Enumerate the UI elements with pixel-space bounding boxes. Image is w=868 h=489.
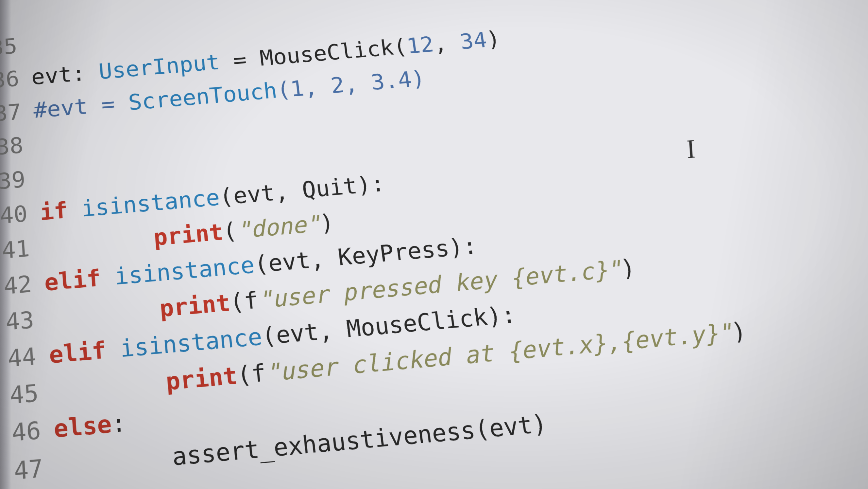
line-number: 36 <box>0 62 20 98</box>
code-token: elif <box>43 263 115 296</box>
line-number: 40 <box>0 196 28 234</box>
code-token: evt <box>30 62 72 90</box>
line-number: 46 <box>5 412 42 453</box>
code-token: 34 <box>458 28 489 54</box>
line-number: 45 <box>3 374 39 415</box>
code-token: (evt) <box>473 409 549 444</box>
code-token: elif <box>48 335 121 369</box>
code-token <box>50 368 167 406</box>
code-token: UserInput <box>98 50 221 84</box>
line-number: 47 <box>7 450 44 489</box>
code-token: (f <box>236 359 267 389</box>
code-token: if <box>39 196 83 226</box>
code-token: , <box>432 30 462 56</box>
code-token: 12 <box>405 32 435 59</box>
code-token: (f <box>228 287 259 316</box>
code-token: print <box>152 219 224 251</box>
code-content[interactable]: else: <box>53 404 127 448</box>
line-number: 44 <box>1 338 37 377</box>
code-token: "done" <box>236 210 321 244</box>
code-token: ) <box>318 209 335 237</box>
code-token: else <box>53 410 113 443</box>
line-number: 38 <box>0 128 24 165</box>
code-token: : <box>111 409 127 438</box>
code-token: print <box>159 289 231 322</box>
line-number: 42 <box>0 266 33 305</box>
code-token: #evt = <box>33 90 129 123</box>
code-token: = <box>218 47 261 74</box>
line-number: 43 <box>0 302 35 341</box>
line-number: 35 <box>0 30 18 65</box>
line-number: 37 <box>0 95 22 131</box>
code-token <box>55 442 174 482</box>
code-token <box>46 295 161 332</box>
line-number: 41 <box>0 231 31 269</box>
code-editor[interactable]: 3536evt: UserInput = MouseClick(12, 34)3… <box>0 0 868 489</box>
code-token <box>41 225 155 260</box>
line-number: 39 <box>0 162 27 199</box>
code-token: : <box>71 60 100 86</box>
code-token: print <box>165 362 239 396</box>
